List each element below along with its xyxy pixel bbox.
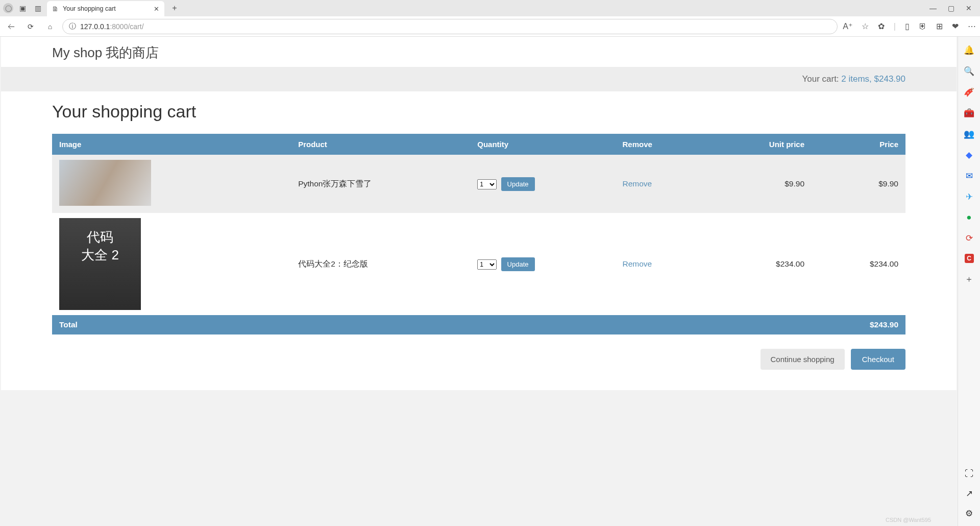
table-row: Python张万森下雪了 1 Update Remove $9.90 $9.90 — [52, 155, 905, 213]
profile-avatar-icon[interactable]: ◯ — [3, 3, 13, 13]
quantity-select[interactable]: 1 — [477, 259, 497, 270]
send-icon[interactable]: ✈ — [966, 192, 973, 202]
refresh-button[interactable]: ⟳ — [23, 19, 38, 34]
home-button[interactable]: ⌂ — [43, 19, 57, 34]
favorite-star-icon[interactable]: ☆ — [862, 21, 869, 31]
csdn-icon[interactable]: C — [965, 254, 974, 263]
back-button[interactable]: 🡠 — [4, 19, 18, 34]
more-menu-icon[interactable]: ⋯ — [968, 21, 976, 31]
screenshot-icon[interactable]: ⛶ — [965, 469, 973, 479]
cell-image — [52, 213, 291, 315]
window-controls: — ▢ ✕ — [929, 4, 977, 12]
cell-product: 代码大全2：纪念版 — [291, 213, 470, 315]
cell-quantity: 1 Update — [470, 155, 615, 213]
read-aloud-icon[interactable]: A⁺ — [843, 21, 852, 31]
split-screen-icon[interactable]: ▯ — [905, 21, 910, 31]
browser-essentials-icon[interactable]: ❤ — [952, 21, 959, 31]
col-header-product: Product — [291, 134, 470, 155]
cart-summary-prefix: Your cart: — [802, 74, 841, 84]
browser-address-bar: 🡠 ⟳ ⌂ ⓘ 127.0.0.1:8000/cart/ A⁺ ☆ ✿ | ▯ … — [0, 16, 980, 37]
cell-quantity: 1 Update — [470, 213, 615, 315]
col-header-price: Price — [812, 134, 905, 155]
url-input[interactable]: ⓘ 127.0.0.1:8000/cart/ — [62, 19, 838, 34]
tab-title: Your shopping cart — [63, 5, 116, 12]
spotify-icon[interactable]: ● — [966, 212, 971, 223]
cell-price: $234.00 — [812, 213, 905, 315]
col-header-remove: Remove — [616, 134, 701, 155]
checkout-button[interactable]: Checkout — [851, 349, 905, 370]
page-icon: 🗎 — [52, 5, 59, 13]
site-title: My shop 我的商店 — [52, 44, 905, 62]
cell-unit-price: $234.00 — [701, 213, 812, 315]
copilot-icon[interactable]: ◆ — [966, 150, 972, 160]
cell-remove: Remove — [616, 155, 701, 213]
toolbar-right: A⁺ ☆ ✿ | ▯ ⛨ ⊞ ❤ ⋯ — [843, 21, 976, 31]
new-tab-button[interactable]: + — [167, 1, 182, 15]
tab-actions-icon[interactable]: ▥ — [32, 2, 44, 14]
extensions-icon[interactable]: ✿ — [878, 21, 885, 31]
tag-icon[interactable]: 🔖 — [964, 87, 974, 98]
cell-product: Python张万森下雪了 — [291, 155, 470, 213]
table-row: 代码大全2：纪念版 1 Update Remove $234.00 $234.0… — [52, 213, 905, 315]
briefcase-icon[interactable]: 🧰 — [964, 108, 974, 118]
quantity-select[interactable]: 1 — [477, 179, 497, 189]
col-header-image: Image — [52, 134, 291, 155]
product-image[interactable] — [59, 160, 151, 206]
separator: | — [894, 22, 896, 31]
workspaces-icon[interactable]: ▣ — [16, 2, 29, 14]
cell-unit-price: $9.90 — [701, 155, 812, 213]
bell-icon[interactable]: 🔔 — [964, 45, 974, 56]
cell-remove: Remove — [616, 213, 701, 315]
cell-image — [52, 155, 291, 213]
browser-tab-strip: ◯ ▣ ▥ 🗎 Your shopping cart ✕ + — ▢ ✕ — [0, 0, 980, 16]
url-host: 127.0.0.1:8000/cart/ — [80, 22, 144, 31]
total-value: $243.90 — [812, 315, 905, 334]
search-icon[interactable]: 🔍 — [964, 66, 974, 77]
continue-shopping-button[interactable]: Continue shopping — [761, 349, 845, 370]
add-app-icon[interactable]: ＋ — [965, 273, 973, 285]
favorites-icon[interactable]: ⛨ — [919, 22, 927, 31]
site-info-icon[interactable]: ⓘ — [69, 22, 76, 31]
collections-icon[interactable]: ⊞ — [936, 21, 943, 31]
remove-link[interactable]: Remove — [623, 179, 652, 188]
page-title: Your shopping cart — [52, 102, 905, 122]
outlook-icon[interactable]: ✉ — [966, 171, 973, 181]
cell-price: $9.90 — [812, 155, 905, 213]
people-icon[interactable]: 👥 — [964, 129, 974, 139]
watermark-text: CSDN @Want595 — [886, 517, 931, 523]
total-label: Total — [52, 315, 812, 334]
col-header-quantity: Quantity — [470, 134, 615, 155]
remove-link[interactable]: Remove — [623, 259, 652, 268]
cart-summary-link[interactable]: 2 items, $243.90 — [841, 74, 905, 84]
update-button[interactable]: Update — [501, 257, 535, 271]
edge-sidebar: 🔔 🔍 🔖 🧰 👥 ◆ ✉ ✈ ● ⟳ C ＋ ⛶ ↗ ⚙ — [958, 37, 980, 526]
cart-action-buttons: Continue shopping Checkout — [52, 349, 905, 370]
close-tab-icon[interactable]: ✕ — [154, 5, 159, 13]
minimize-icon[interactable]: — — [929, 4, 937, 12]
cart-summary-bar: Your cart: 2 items, $243.90 — [1, 67, 957, 91]
shop-header: My shop 我的商店 — [1, 37, 957, 67]
sync-icon[interactable]: ⟳ — [966, 233, 973, 244]
settings-gear-icon[interactable]: ⚙ — [965, 508, 973, 519]
cart-table: Image Product Quantity Remove Unit price… — [52, 134, 905, 334]
col-header-unit-price: Unit price — [701, 134, 812, 155]
page-viewport: My shop 我的商店 Your cart: 2 items, $243.90… — [0, 37, 958, 526]
update-button[interactable]: Update — [501, 177, 535, 191]
browser-tab-active[interactable]: 🗎 Your shopping cart ✕ — [47, 1, 164, 16]
share-icon[interactable]: ↗ — [966, 488, 973, 499]
window-close-icon[interactable]: ✕ — [966, 4, 972, 12]
maximize-icon[interactable]: ▢ — [948, 4, 954, 12]
total-row: Total $243.90 — [52, 315, 905, 334]
product-image[interactable] — [59, 218, 141, 310]
